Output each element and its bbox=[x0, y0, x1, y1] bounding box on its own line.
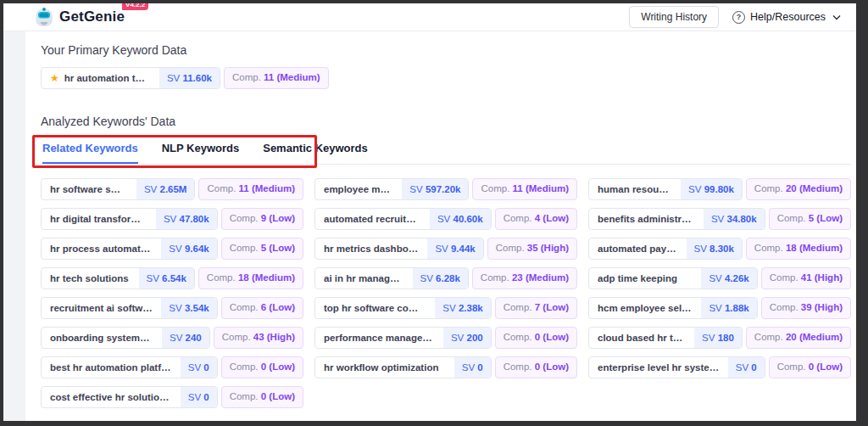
comp-value: 43 (High) bbox=[253, 332, 295, 342]
keyword-chip[interactable]: hr metrics dashboard SV 9.44k Comp. 35 (… bbox=[314, 238, 577, 260]
tab-related-keywords[interactable]: Related Keywords bbox=[42, 142, 138, 164]
competition-badge: Comp. 11 (Medium) bbox=[472, 178, 577, 200]
comp-value: 18 (Medium) bbox=[238, 272, 295, 283]
comp-value: 0 (Low) bbox=[261, 391, 295, 401]
main-area: Your Primary Keyword Data ★ hr automatio… bbox=[3, 31, 856, 421]
keyword-text: adp time keeping bbox=[589, 268, 686, 289]
sv-label: SV bbox=[170, 333, 182, 343]
tab-nlp-keywords[interactable]: NLP Keywords bbox=[162, 142, 240, 164]
comp-value: 18 (Medium) bbox=[786, 243, 843, 253]
help-resources-menu[interactable]: ? Help/Resources bbox=[732, 11, 841, 24]
keyword-chip[interactable]: automated payroll system SV 8.30k Comp. … bbox=[588, 238, 851, 260]
search-volume-badge: SV 0 bbox=[728, 357, 765, 378]
help-resources-label: Help/Resources bbox=[750, 11, 826, 23]
comp-label: Comp. bbox=[230, 213, 259, 223]
competition-badge: Comp. 0 (Low) bbox=[221, 356, 303, 378]
keyword-chip[interactable]: performance management software s... SV … bbox=[314, 327, 577, 349]
sv-label: SV bbox=[169, 244, 181, 254]
keyword-text: top hr software companies bbox=[315, 298, 435, 318]
comp-label: Comp. bbox=[481, 183, 509, 193]
keyword-chip[interactable]: hr tech solutions SV 6.54k Comp. 18 (Med… bbox=[41, 267, 303, 289]
comp-value: 0 (Low) bbox=[809, 362, 843, 372]
sv-value: 0 bbox=[203, 362, 209, 373]
comp-label: Comp. bbox=[232, 72, 261, 82]
sv-value: 200 bbox=[466, 333, 482, 343]
comp-label: Comp. bbox=[230, 243, 259, 253]
keyword-chip[interactable]: hcm employee self service SV 1.88k Comp.… bbox=[588, 297, 851, 319]
keyword-chip[interactable]: best hr automation platforms SV 0 Comp. … bbox=[41, 356, 303, 378]
keyword-chip[interactable]: hr workflow optimization SV 0 Comp. 0 (L… bbox=[314, 356, 577, 378]
keyword-chip[interactable]: recruitment ai software SV 3.54k Comp. 6… bbox=[41, 297, 303, 319]
getgenie-logo[interactable]: GetGenie V4.2.2 bbox=[34, 7, 125, 27]
keyword-chip[interactable]: onboarding systems and software SV 240 C… bbox=[41, 327, 303, 349]
comp-value: 4 (Low) bbox=[535, 213, 569, 223]
comp-label: Comp. bbox=[496, 243, 525, 253]
comp-label: Comp. bbox=[754, 183, 783, 193]
search-volume-badge: SV 8.30k bbox=[687, 238, 742, 259]
keyword-chip[interactable]: ai in hr management SV 6.28k Comp. 23 (M… bbox=[314, 267, 577, 289]
keyword-text: automated payroll system bbox=[589, 238, 687, 259]
keyword-chip[interactable]: cost effective hr solutions for startups… bbox=[41, 386, 303, 408]
sv-label: SV bbox=[167, 73, 180, 83]
keyword-text: hcm employee self service bbox=[589, 298, 701, 318]
sv-label: SV bbox=[451, 333, 464, 343]
search-volume-badge: SV 11.60k bbox=[159, 68, 220, 88]
keyword-text: human resources software bbox=[589, 179, 681, 199]
keyword-text: benefits administration software bbox=[589, 209, 704, 229]
competition-badge: Comp. 5 (Low) bbox=[221, 238, 303, 260]
sv-label: SV bbox=[437, 214, 450, 224]
search-volume-badge: SV 1.88k bbox=[701, 298, 756, 318]
keyword-chip[interactable]: benefits administration software SV 34.8… bbox=[588, 208, 851, 230]
keyword-chip[interactable]: adp time keeping SV 4.26k Comp. 41 (High… bbox=[588, 267, 851, 289]
keyword-chip[interactable]: human resources software SV 99.80k Comp.… bbox=[588, 178, 851, 200]
search-volume-badge: SV 9.64k bbox=[161, 238, 216, 259]
create-topical-map-link: Create a Topical Map bbox=[59, 423, 169, 426]
sv-label: SV bbox=[442, 303, 455, 313]
comp-value: 20 (Medium) bbox=[786, 332, 843, 342]
tab-semantic-keywords[interactable]: Semantic Keywords bbox=[263, 142, 368, 164]
keyword-text: performance management software s... bbox=[315, 328, 443, 348]
sv-value: 4.26k bbox=[725, 273, 749, 283]
keyword-text: employee management softw... bbox=[315, 179, 402, 199]
competition-badge: Comp. 5 (Low) bbox=[769, 208, 851, 230]
sv-value: 8.30k bbox=[709, 244, 734, 254]
search-volume-badge: SV 240 bbox=[162, 328, 209, 348]
genie-robot-icon bbox=[34, 7, 54, 27]
keyword-chip[interactable]: automated recruitment tools SV 40.60k Co… bbox=[314, 208, 577, 230]
keyword-chip[interactable]: employee management softw... SV 597.20k … bbox=[314, 178, 577, 200]
comp-value: 39 (High) bbox=[801, 302, 843, 312]
keyword-text: enterprise level hr systems bbox=[589, 357, 728, 378]
comp-value: 6 (Low) bbox=[261, 302, 295, 312]
keyword-chip[interactable]: cloud based hr tools SV 180 Comp. 20 (Me… bbox=[588, 327, 851, 349]
keyword-chip[interactable]: hr software small business SV 2.65M Comp… bbox=[41, 178, 303, 200]
comp-label: Comp. bbox=[230, 302, 259, 312]
keyword-text: hr software small business bbox=[42, 179, 136, 199]
create-topical-map[interactable]: + Create a Topical Map bbox=[41, 421, 851, 426]
writing-history-button[interactable]: Writing History bbox=[629, 6, 719, 28]
primary-keyword-chip[interactable]: ★ hr automation tools SV 11.60k Comp. 11… bbox=[41, 67, 329, 89]
keyword-text: automated recruitment tools bbox=[315, 209, 430, 229]
keyword-chip[interactable]: top hr software companies SV 2.38k Comp.… bbox=[314, 297, 577, 319]
sv-label: SV bbox=[420, 273, 433, 283]
sv-value: 0 bbox=[751, 362, 756, 373]
comp-value: 23 (Medium) bbox=[512, 272, 569, 283]
sv-value: 40.60k bbox=[453, 214, 482, 224]
keyword-text: ai in hr management bbox=[315, 268, 413, 289]
search-volume-badge: SV 9.44k bbox=[427, 238, 482, 259]
keyword-text: cloud based hr tools bbox=[589, 328, 694, 348]
competition-badge: Comp. 0 (Low) bbox=[495, 356, 577, 378]
sv-label: SV bbox=[144, 184, 157, 194]
sv-label: SV bbox=[688, 184, 701, 194]
keyword-chip[interactable]: hr process automation SV 9.64k Comp. 5 (… bbox=[41, 238, 303, 260]
search-volume-badge: SV 34.80k bbox=[704, 209, 765, 229]
comp-label: Comp. bbox=[777, 362, 806, 372]
version-badge: V4.2.2 bbox=[122, 0, 148, 10]
competition-badge: Comp. 18 (Medium) bbox=[746, 238, 851, 260]
sv-value: 2.65M bbox=[159, 184, 186, 194]
keyword-text: hr process automation bbox=[42, 238, 161, 259]
sv-label: SV bbox=[169, 303, 181, 313]
competition-badge: Comp. 11 (Medium) bbox=[224, 67, 329, 89]
keyword-chip[interactable]: enterprise level hr systems SV 0 Comp. 0… bbox=[588, 356, 851, 378]
keyword-chip[interactable]: hr digital transformation SV 47.80k Comp… bbox=[41, 208, 303, 230]
competition-badge: Comp. 0 (Low) bbox=[221, 386, 303, 408]
